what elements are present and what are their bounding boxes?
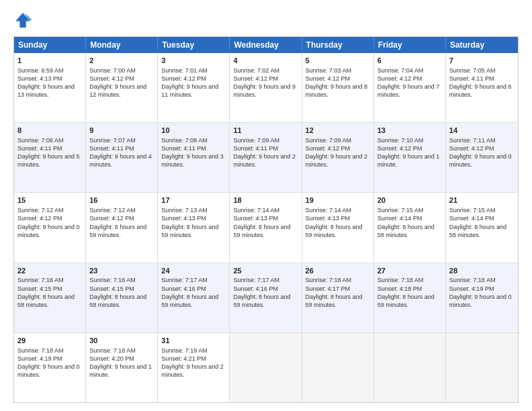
day-cell-21: 21Sunrise: 7:15 AMSunset: 4:14 PMDayligh… bbox=[446, 193, 518, 262]
header-day-sunday: Sunday bbox=[14, 37, 86, 53]
day-number: 29 bbox=[17, 336, 82, 346]
sunrise-time: Sunrise: 7:14 AM bbox=[233, 207, 279, 214]
calendar-week-2: 8Sunrise: 7:06 AMSunset: 4:11 PMDaylight… bbox=[14, 123, 518, 193]
calendar-week-4: 22Sunrise: 7:16 AMSunset: 4:15 PMDayligh… bbox=[14, 263, 518, 333]
sunset-time: Sunset: 4:12 PM bbox=[161, 75, 206, 82]
day-cell-3: 3Sunrise: 7:01 AMSunset: 4:12 PMDaylight… bbox=[158, 53, 230, 122]
sunrise-time: Sunrise: 7:19 AM bbox=[161, 347, 208, 354]
day-cell-8: 8Sunrise: 7:06 AMSunset: 4:11 PMDaylight… bbox=[14, 123, 86, 192]
header bbox=[13, 11, 519, 30]
page: SundayMondayTuesdayWednesdayThursdayFrid… bbox=[0, 0, 532, 411]
sunrise-time: Sunrise: 7:03 AM bbox=[306, 67, 352, 74]
header-day-wednesday: Wednesday bbox=[230, 37, 302, 53]
empty-cell bbox=[446, 333, 518, 402]
sunrise-time: Sunrise: 7:06 AM bbox=[17, 137, 64, 144]
day-cell-7: 7Sunrise: 7:05 AMSunset: 4:11 PMDaylight… bbox=[446, 53, 518, 122]
sunset-time: Sunset: 4:16 PM bbox=[161, 285, 206, 292]
daylight-hours: Daylight: 8 hours and 58 minutes. bbox=[89, 293, 146, 308]
day-number: 13 bbox=[378, 126, 442, 136]
header-day-friday: Friday bbox=[374, 37, 446, 53]
day-number: 19 bbox=[306, 195, 370, 205]
sunset-time: Sunset: 4:21 PM bbox=[161, 355, 206, 362]
daylight-hours: Daylight: 9 hours and 2 minutes. bbox=[161, 363, 224, 378]
daylight-hours: Daylight: 8 hours and 59 minutes. bbox=[161, 224, 218, 238]
sunrise-time: Sunrise: 7:09 AM bbox=[306, 137, 352, 144]
sunset-time: Sunset: 4:12 PM bbox=[306, 75, 351, 82]
day-number: 8 bbox=[17, 126, 82, 136]
sunset-time: Sunset: 4:19 PM bbox=[449, 285, 494, 292]
daylight-hours: Daylight: 9 hours and 0 minutes. bbox=[17, 224, 80, 238]
day-cell-26: 26Sunrise: 7:18 AMSunset: 4:17 PMDayligh… bbox=[302, 263, 374, 332]
day-cell-12: 12Sunrise: 7:09 AMSunset: 4:12 PMDayligh… bbox=[302, 123, 374, 192]
sunrise-time: Sunrise: 6:59 AM bbox=[17, 67, 64, 74]
day-cell-30: 30Sunrise: 7:18 AMSunset: 4:20 PMDayligh… bbox=[86, 333, 158, 402]
day-cell-17: 17Sunrise: 7:13 AMSunset: 4:13 PMDayligh… bbox=[158, 193, 230, 262]
day-number: 22 bbox=[17, 266, 82, 276]
sunrise-time: Sunrise: 7:12 AM bbox=[89, 207, 136, 214]
sunset-time: Sunset: 4:12 PM bbox=[306, 145, 351, 152]
empty-cell bbox=[230, 333, 302, 402]
day-cell-28: 28Sunrise: 7:18 AMSunset: 4:19 PMDayligh… bbox=[446, 263, 518, 332]
sunrise-time: Sunrise: 7:18 AM bbox=[449, 277, 496, 283]
day-cell-29: 29Sunrise: 7:18 AMSunset: 4:19 PMDayligh… bbox=[14, 333, 86, 402]
day-number: 7 bbox=[449, 56, 515, 66]
day-cell-19: 19Sunrise: 7:14 AMSunset: 4:13 PMDayligh… bbox=[302, 193, 374, 262]
day-number: 12 bbox=[306, 126, 370, 136]
sunset-time: Sunset: 4:14 PM bbox=[449, 215, 494, 222]
sunset-time: Sunset: 4:13 PM bbox=[17, 75, 62, 82]
sunrise-time: Sunrise: 7:12 AM bbox=[17, 207, 64, 214]
sunrise-time: Sunrise: 7:15 AM bbox=[449, 207, 496, 214]
daylight-hours: Daylight: 9 hours and 0 minutes. bbox=[449, 293, 512, 308]
empty-cell bbox=[302, 333, 374, 402]
header-day-saturday: Saturday bbox=[446, 37, 518, 53]
day-cell-18: 18Sunrise: 7:14 AMSunset: 4:13 PMDayligh… bbox=[230, 193, 302, 262]
daylight-hours: Daylight: 9 hours and 5 minutes. bbox=[17, 153, 80, 168]
calendar-week-5: 29Sunrise: 7:18 AMSunset: 4:19 PMDayligh… bbox=[14, 333, 518, 402]
calendar: SundayMondayTuesdayWednesdayThursdayFrid… bbox=[13, 36, 519, 403]
day-cell-1: 1Sunrise: 6:59 AMSunset: 4:13 PMDaylight… bbox=[14, 53, 86, 122]
calendar-header: SundayMondayTuesdayWednesdayThursdayFrid… bbox=[14, 37, 518, 53]
sunset-time: Sunset: 4:12 PM bbox=[17, 215, 62, 222]
sunrise-time: Sunrise: 7:13 AM bbox=[161, 207, 208, 214]
sunset-time: Sunset: 4:12 PM bbox=[378, 75, 423, 82]
daylight-hours: Daylight: 9 hours and 2 minutes. bbox=[306, 153, 368, 168]
sunrise-time: Sunrise: 7:00 AM bbox=[89, 67, 136, 74]
day-cell-22: 22Sunrise: 7:16 AMSunset: 4:15 PMDayligh… bbox=[14, 263, 86, 332]
sunrise-time: Sunrise: 7:01 AM bbox=[161, 67, 208, 74]
daylight-hours: Daylight: 9 hours and 0 minutes. bbox=[17, 363, 80, 378]
sunrise-time: Sunrise: 7:18 AM bbox=[306, 277, 352, 283]
daylight-hours: Daylight: 8 hours and 58 minutes. bbox=[378, 224, 435, 238]
day-number: 6 bbox=[378, 56, 442, 66]
sunrise-time: Sunrise: 7:11 AM bbox=[449, 137, 496, 144]
day-number: 27 bbox=[378, 266, 442, 276]
sunrise-time: Sunrise: 7:07 AM bbox=[89, 137, 136, 144]
sunset-time: Sunset: 4:11 PM bbox=[161, 145, 206, 152]
sunset-time: Sunset: 4:20 PM bbox=[89, 355, 134, 362]
sunset-time: Sunset: 4:13 PM bbox=[161, 215, 206, 222]
daylight-hours: Daylight: 8 hours and 59 minutes. bbox=[306, 293, 363, 308]
sunrise-time: Sunrise: 7:04 AM bbox=[378, 67, 424, 74]
sunset-time: Sunset: 4:12 PM bbox=[89, 75, 134, 82]
daylight-hours: Daylight: 8 hours and 59 minutes. bbox=[233, 293, 290, 308]
daylight-hours: Daylight: 9 hours and 13 minutes. bbox=[17, 83, 75, 98]
sunrise-time: Sunrise: 7:15 AM bbox=[378, 207, 424, 214]
daylight-hours: Daylight: 9 hours and 1 minute. bbox=[89, 363, 152, 378]
daylight-hours: Daylight: 8 hours and 58 minutes. bbox=[449, 224, 506, 238]
logo bbox=[13, 11, 35, 30]
day-cell-4: 4Sunrise: 7:02 AMSunset: 4:12 PMDaylight… bbox=[230, 53, 302, 122]
daylight-hours: Daylight: 8 hours and 58 minutes. bbox=[17, 293, 75, 308]
day-number: 16 bbox=[89, 195, 154, 205]
sunrise-time: Sunrise: 7:18 AM bbox=[378, 277, 424, 283]
sunrise-time: Sunrise: 7:17 AM bbox=[161, 277, 208, 283]
daylight-hours: Daylight: 8 hours and 59 minutes. bbox=[378, 293, 435, 308]
sunset-time: Sunset: 4:11 PM bbox=[89, 145, 134, 152]
sunset-time: Sunset: 4:13 PM bbox=[233, 215, 278, 222]
sunrise-time: Sunrise: 7:14 AM bbox=[306, 207, 352, 214]
svg-marker-0 bbox=[15, 13, 30, 28]
logo-icon bbox=[13, 11, 32, 30]
day-number: 9 bbox=[89, 126, 154, 136]
daylight-hours: Daylight: 9 hours and 8 minutes. bbox=[306, 83, 368, 98]
daylight-hours: Daylight: 9 hours and 3 minutes. bbox=[161, 153, 224, 168]
day-cell-13: 13Sunrise: 7:10 AMSunset: 4:12 PMDayligh… bbox=[374, 123, 446, 192]
day-number: 10 bbox=[161, 126, 226, 136]
